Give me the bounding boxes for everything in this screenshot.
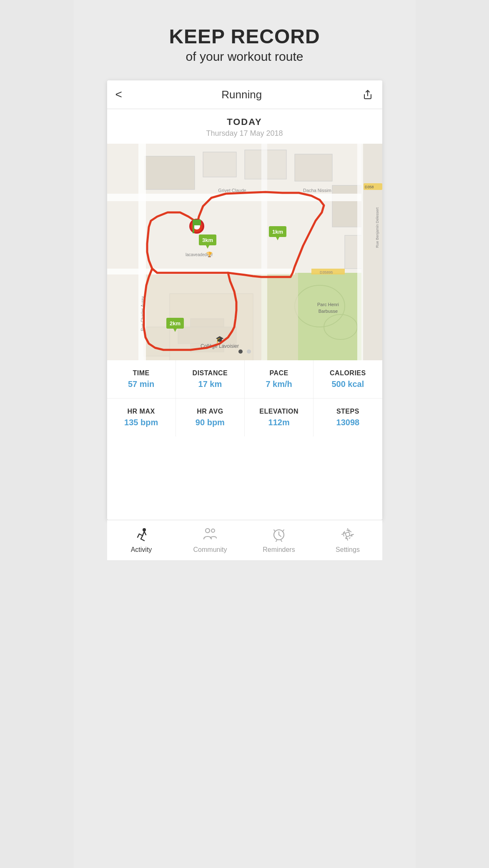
pagination-dots — [238, 349, 251, 354]
stat-hr-avg-value: 90 bpm — [180, 418, 240, 427]
svg-line-63 — [274, 530, 275, 531]
bottom-nav: Activity Community — [107, 520, 382, 560]
reminders-nav-label: Reminders — [263, 546, 295, 554]
svg-point-68 — [344, 530, 352, 539]
svg-text:3km: 3km — [202, 237, 213, 243]
stat-hr-avg-label: HR AVG — [180, 408, 240, 415]
stat-distance-label: DISTANCE — [180, 369, 240, 377]
stat-time-label: TIME — [111, 369, 171, 377]
stat-calories-label: CALORIES — [318, 369, 378, 377]
svg-text:🏆: 🏆 — [206, 251, 213, 257]
svg-line-54 — [138, 534, 139, 537]
stat-hr-max-label: HR MAX — [111, 408, 171, 415]
date-section: TODAY Thursday 17 May 2018 — [107, 109, 382, 144]
svg-rect-22 — [261, 144, 267, 360]
nav-item-community[interactable]: Community — [189, 525, 231, 554]
stat-distance: DISTANCE 17 km — [176, 360, 245, 398]
share-icon — [363, 90, 373, 100]
svg-line-55 — [141, 536, 143, 539]
nav-bar: < Running — [107, 80, 382, 109]
nav-item-activity[interactable]: Activity — [120, 525, 162, 554]
svg-rect-17 — [107, 194, 382, 201]
date-full-label: Thursday 17 May 2018 — [107, 129, 382, 138]
community-icon — [201, 525, 219, 544]
activity-nav-label: Activity — [131, 546, 152, 554]
stat-elevation-label: ELEVATION — [249, 408, 309, 415]
stat-pace-value: 7 km/h — [249, 379, 309, 389]
svg-rect-6 — [145, 156, 195, 190]
map-section[interactable]: D35895 D358 Grivet Claude Dacha Nissim R… — [107, 144, 382, 360]
svg-rect-9 — [295, 154, 332, 181]
nav-item-settings[interactable]: Settings — [327, 525, 369, 554]
svg-point-59 — [211, 529, 215, 532]
svg-line-56 — [141, 539, 144, 541]
community-nav-label: Community — [193, 546, 227, 554]
stat-distance-value: 17 km — [180, 379, 240, 389]
svg-text:1km: 1km — [272, 229, 283, 235]
stat-steps-value: 13098 — [318, 418, 378, 427]
stat-calories-value: 500 kcal — [318, 379, 378, 389]
map-svg: D35895 D358 Grivet Claude Dacha Nissim R… — [107, 144, 382, 360]
svg-text:D35895: D35895 — [320, 270, 333, 274]
svg-text:Dacha Nissim: Dacha Nissim — [303, 188, 331, 193]
stat-steps: STEPS 13098 — [313, 399, 382, 436]
stat-time: TIME 57 min — [107, 360, 176, 398]
header-title: KEEP RECORD — [169, 25, 320, 48]
stat-hr-avg: HR AVG 90 bpm — [176, 399, 245, 436]
svg-rect-40 — [193, 219, 201, 225]
svg-text:Parc Henri: Parc Henri — [317, 302, 339, 307]
svg-line-64 — [283, 530, 284, 531]
stat-hr-max: HR MAX 135 bpm — [107, 399, 176, 436]
svg-rect-41 — [193, 225, 194, 233]
dot-2[interactable] — [247, 349, 251, 354]
activity-icon — [132, 525, 150, 544]
stat-pace: PACE 7 km/h — [245, 360, 313, 398]
settings-nav-label: Settings — [336, 546, 360, 554]
stat-time-value: 57 min — [111, 379, 171, 389]
stat-pace-label: PACE — [249, 369, 309, 377]
svg-line-53 — [139, 534, 143, 536]
nav-item-reminders[interactable]: Reminders — [258, 525, 300, 554]
settings-icon — [339, 525, 357, 544]
app-card: < Running TODAY Thursday 17 May 2018 — [107, 80, 382, 520]
stats-row-2: HR MAX 135 bpm HR AVG 90 bpm ELEVATION 1… — [107, 399, 382, 436]
svg-text:Barbusse: Barbusse — [318, 309, 337, 314]
svg-line-65 — [276, 540, 277, 541]
svg-rect-20 — [357, 144, 363, 360]
nav-title: Running — [221, 88, 262, 101]
reminders-icon — [270, 525, 288, 544]
stat-elevation-value: 112m — [249, 418, 309, 427]
dot-1[interactable] — [238, 349, 243, 354]
svg-point-67 — [346, 532, 350, 536]
svg-line-57 — [144, 531, 146, 535]
svg-text:D358: D358 — [365, 185, 374, 189]
svg-point-58 — [206, 529, 210, 533]
header-section: KEEP RECORD of your workout route — [169, 25, 320, 64]
phone-frame: KEEP RECORD of your workout route < Runn… — [74, 0, 416, 868]
svg-text:Rue Benjamin Delessert: Rue Benjamin Delessert — [375, 207, 379, 248]
stat-calories: CALORIES 500 kcal — [313, 360, 382, 398]
stat-hr-max-value: 135 bpm — [111, 418, 171, 427]
back-button[interactable]: < — [115, 88, 122, 101]
svg-line-66 — [281, 540, 282, 541]
svg-rect-19 — [361, 144, 382, 360]
svg-line-62 — [279, 535, 281, 536]
stat-elevation: ELEVATION 112m — [245, 399, 313, 436]
date-today-label: TODAY — [107, 117, 382, 127]
stat-steps-label: STEPS — [318, 408, 378, 415]
svg-text:2km: 2km — [169, 320, 180, 327]
share-button[interactable] — [361, 88, 374, 101]
empty-space — [107, 436, 382, 520]
stats-row-1: TIME 57 min DISTANCE 17 km PACE 7 km/h C… — [107, 360, 382, 399]
svg-rect-7 — [203, 152, 236, 177]
header-subtitle: of your workout route — [169, 50, 320, 64]
